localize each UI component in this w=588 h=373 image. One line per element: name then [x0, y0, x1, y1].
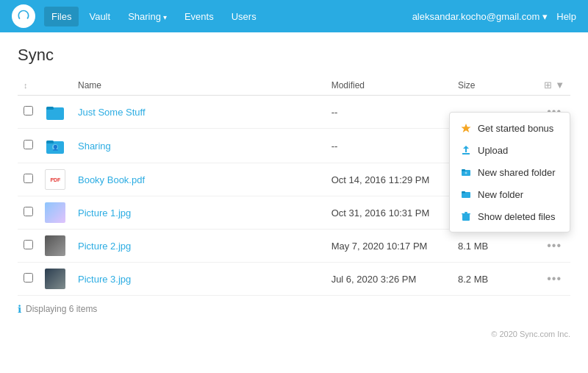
th-check: ↕: [18, 75, 39, 96]
file-name-link[interactable]: Picture 2.jpg: [78, 241, 131, 252]
svg-point-10: [465, 172, 467, 174]
th-size: Size: [452, 75, 519, 96]
row-name-cell: Picture 2.jpg: [72, 230, 326, 263]
row-checkbox[interactable]: [24, 140, 33, 149]
main-content: Sync ↕ Name Modified Size ⊞ ▼: [0, 32, 588, 324]
svg-rect-9: [462, 169, 465, 171]
svg-text:👤: 👤: [52, 144, 59, 151]
row-name-cell: Just Some Stuff: [72, 96, 326, 129]
context-menu-item[interactable]: New folder: [450, 183, 570, 205]
row-icon-cell: [39, 96, 72, 129]
nav-files[interactable]: Files: [44, 7, 79, 26]
cm-label: Show deleted files: [478, 211, 556, 222]
navbar: Files Vault Sharing Events Users aleksan…: [0, 0, 588, 32]
info-icon: ℹ: [18, 303, 21, 315]
svg-marker-7: [462, 124, 471, 132]
row-icon-cell: [39, 263, 72, 296]
row-modified-cell: --: [326, 129, 452, 163]
nav-sharing[interactable]: Sharing: [121, 7, 174, 26]
user-menu[interactable]: aleksandar.kocho@gmail.com ▾: [412, 11, 548, 22]
file-name-link[interactable]: Picture 1.jpg: [78, 207, 131, 219]
row-icon-cell: [39, 230, 72, 263]
svg-rect-12: [462, 191, 465, 193]
row-icon-cell: 👤: [39, 129, 72, 163]
row-size-cell: 8.2 MB: [452, 263, 519, 296]
cm-label: Get started bonus: [478, 123, 553, 134]
svg-rect-13: [462, 214, 470, 221]
row-checkbox[interactable]: [24, 240, 33, 249]
shared-folder-icon: 👤: [45, 135, 65, 156]
nav-vault[interactable]: Vault: [82, 7, 118, 26]
user-chevron-icon: ▾: [542, 11, 548, 22]
context-menu-item[interactable]: Show deleted files: [450, 205, 570, 227]
cm-label: New folder: [478, 189, 523, 200]
grid-icon[interactable]: ⊞: [544, 79, 552, 90]
name-label: Name: [78, 80, 101, 90]
row-checkbox-cell: [18, 230, 39, 263]
row-checkbox[interactable]: [24, 273, 33, 283]
row-icon-cell: PDF: [39, 163, 72, 196]
row-modified-cell: Oct 31, 2016 10:31 PM: [326, 196, 452, 230]
context-menu: Get started bonus Upload New shared fold…: [449, 112, 570, 232]
context-menu-item[interactable]: Upload: [450, 139, 570, 161]
row-name-cell: Picture 1.jpg: [72, 196, 326, 230]
folder-icon: [45, 102, 65, 122]
svg-rect-2: [46, 107, 54, 110]
row-menu-button[interactable]: •••: [544, 238, 564, 254]
image-thumb-icon: [45, 202, 65, 223]
file-name-link[interactable]: Sharing: [78, 141, 111, 152]
row-modified-cell: Oct 14, 2016 11:29 PM: [326, 163, 452, 196]
th-name[interactable]: Name: [72, 75, 326, 96]
pdf-icon: PDF: [45, 169, 65, 190]
svg-point-0: [22, 14, 26, 18]
row-menu-button[interactable]: •••: [544, 271, 564, 287]
row-checkbox-cell: [18, 196, 39, 230]
row-checkbox[interactable]: [24, 106, 33, 116]
row-checkbox-cell: [18, 263, 39, 296]
context-menu-item[interactable]: New shared folder: [450, 161, 570, 183]
sharing-chevron-icon: [163, 11, 167, 22]
nav-users[interactable]: Users: [224, 7, 264, 26]
item-count: Displaying 6 items: [26, 304, 97, 314]
footer-copyright: © 2020 Sync.com Inc.: [0, 324, 588, 344]
page-title: Sync: [18, 46, 570, 65]
image-thumb-icon: [45, 269, 65, 289]
svg-rect-14: [465, 212, 467, 213]
table-row: Picture 3.jpgJul 6, 2020 3:26 PM8.2 MB••…: [18, 263, 570, 296]
file-name-link[interactable]: Just Some Stuff: [78, 107, 146, 118]
row-actions-cell: •••: [519, 230, 570, 263]
logo: [12, 4, 35, 28]
th-actions: ⊞ ▼: [519, 75, 570, 96]
image-thumb-icon: [45, 235, 65, 256]
row-checkbox[interactable]: [24, 174, 33, 183]
row-actions-cell: •••: [519, 263, 570, 296]
nav-events[interactable]: Events: [177, 7, 221, 26]
file-name-link[interactable]: Booky Book.pdf: [78, 174, 145, 185]
cm-label: New shared folder: [478, 167, 556, 178]
row-checkbox-cell: [18, 96, 39, 129]
footer-info: ℹ Displaying 6 items: [18, 303, 570, 315]
row-checkbox-cell: [18, 163, 39, 196]
file-name-link[interactable]: Picture 3.jpg: [78, 274, 131, 285]
row-checkbox-cell: [18, 129, 39, 163]
filter-icon[interactable]: ▼: [555, 79, 564, 90]
row-name-cell: Booky Book.pdf: [72, 163, 326, 196]
cm-icon: [460, 210, 472, 222]
row-icon-cell: [39, 196, 72, 230]
row-modified-cell: Jul 6, 2020 3:26 PM: [326, 263, 452, 296]
table-row: Picture 2.jpgMay 7, 2020 10:17 PM8.1 MB•…: [18, 230, 570, 263]
cm-icon: [460, 166, 472, 178]
user-email: aleksandar.kocho@gmail.com: [412, 11, 540, 22]
help-link[interactable]: Help: [556, 11, 576, 22]
cm-icon: [460, 122, 472, 134]
context-menu-item[interactable]: Get started bonus: [450, 117, 570, 139]
svg-rect-15: [462, 213, 470, 215]
nav-right: aleksandar.kocho@gmail.com ▾ Help: [412, 11, 576, 22]
cm-icon: [460, 144, 472, 156]
sort-icon: ↕: [24, 81, 28, 90]
svg-rect-4: [46, 141, 54, 143]
th-modified: Modified: [326, 75, 452, 96]
cm-icon: [460, 188, 472, 200]
row-checkbox[interactable]: [24, 207, 33, 216]
th-icon: [39, 75, 72, 96]
